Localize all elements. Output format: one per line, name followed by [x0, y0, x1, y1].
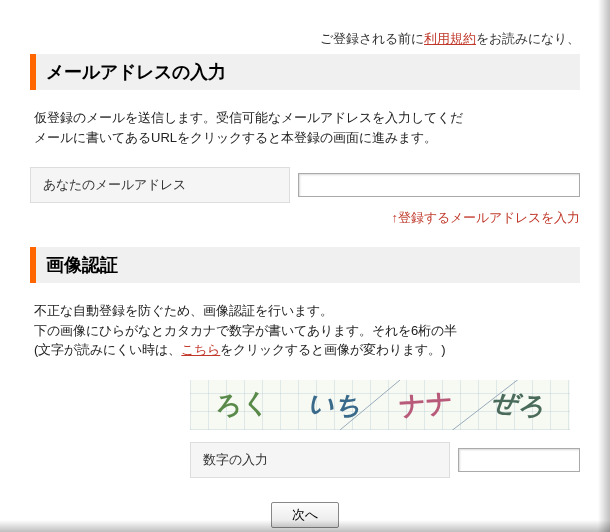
email-section-heading: メールアドレスの入力 [30, 54, 580, 90]
email-description: 仮登録のメールを送信します。受信可能なメールアドレスを入力してくだ メールに書い… [30, 108, 580, 147]
next-button[interactable]: 次へ [271, 502, 339, 528]
pre-note-after: をお読みになり、 [476, 31, 580, 46]
captcha-desc-line3b: をクリックすると画像が変わります。) [220, 342, 445, 357]
digit-input[interactable] [458, 448, 580, 472]
email-hint: ↑登録するメールアドレスを入力 [30, 209, 580, 227]
captcha-refresh-link[interactable]: こちら [181, 342, 220, 357]
email-desc-line2: メールに書いてあるURLをクリックすると本登録の画面に進みます。 [34, 130, 437, 145]
digit-field-label: 数字の入力 [190, 442, 450, 478]
digit-field-row: 数字の入力 [190, 442, 580, 478]
captcha-section-heading: 画像認証 [30, 247, 580, 283]
terms-link[interactable]: 利用規約 [424, 31, 476, 46]
captcha-char-3: ナナ [398, 385, 454, 424]
email-field-row: あなたのメールアドレス [30, 167, 580, 203]
pre-note-before: ご登録される前に [320, 31, 424, 46]
captcha-description: 不正な自動登録を防ぐため、画像認証を行います。 下の画像にひらがなとカタカナで数… [30, 301, 580, 360]
pre-registration-note: ご登録される前に利用規約をお読みになり、 [30, 30, 580, 48]
captcha-desc-line3a: (文字が読みにくい時は、 [34, 342, 181, 357]
captcha-desc-line1: 不正な自動登録を防ぐため、画像認証を行います。 [34, 303, 333, 318]
email-field-label: あなたのメールアドレス [30, 167, 290, 203]
captcha-char-2: いち [306, 386, 362, 424]
captcha-char-4: ぜろ [489, 384, 546, 424]
email-desc-line1: 仮登録のメールを送信します。受信可能なメールアドレスを入力してくだ [34, 110, 463, 125]
captcha-image: ろく いち ナナ ぜろ [190, 380, 570, 430]
captcha-char-1: ろく [214, 385, 271, 425]
captcha-desc-line2: 下の画像にひらがなとカタカナで数字が書いてあります。それを6桁の半 [34, 323, 457, 338]
email-input[interactable] [298, 173, 580, 197]
